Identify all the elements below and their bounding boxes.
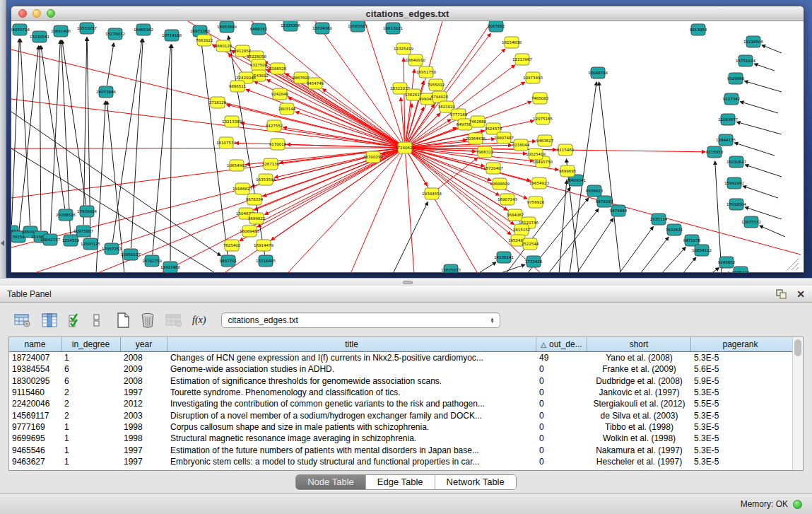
network-node[interactable]: 9227342 (723, 93, 741, 105)
network-node[interactable]: 7632621 (666, 224, 683, 235)
panel-split-divider[interactable] (0, 278, 812, 286)
network-node[interactable]: 13842737 (40, 234, 60, 245)
citation-edge-black[interactable] (683, 257, 696, 272)
network-node[interactable]: 6879197 (596, 196, 613, 207)
network-node[interactable]: 9170018 (269, 139, 287, 150)
network-node[interactable]: 9896511 (229, 81, 247, 92)
network-node[interactable]: 8938923 (586, 185, 604, 197)
network-node[interactable]: 9756928 (527, 197, 545, 208)
table-row[interactable]: 1830029562008Estimation of significance … (9, 375, 803, 387)
minimize-window-button[interactable] (33, 9, 41, 18)
citation-edge-red[interactable] (11, 148, 399, 148)
citation-edge-red[interactable] (286, 74, 399, 144)
network-node[interactable]: 14136141 (494, 252, 514, 263)
network-node[interactable]: 16914479 (254, 240, 273, 251)
float-window-icon[interactable] (776, 289, 787, 299)
network-node[interactable]: 15720407 (483, 163, 503, 174)
network-node[interactable]: 16154838 (502, 37, 522, 48)
network-node[interactable]: 16782759 (142, 255, 162, 267)
network-node[interactable]: 8186528 (269, 63, 287, 74)
citation-edge-red[interactable] (11, 149, 399, 247)
network-node[interactable]: 8427552 (266, 120, 283, 132)
network-node[interactable]: 7485083 (531, 93, 549, 104)
citation-network-graph[interactable]: 2405571415130541206914061055325715278012… (11, 21, 804, 272)
citation-edge-black[interactable] (61, 40, 71, 234)
citation-edge-black[interactable] (744, 81, 782, 92)
network-node[interactable]: 17016504 (726, 199, 746, 210)
table-mode-icon[interactable] (14, 313, 31, 327)
citation-edge-black[interactable] (153, 45, 171, 255)
network-node[interactable]: 10688609 (490, 178, 510, 189)
citation-edge-black[interactable] (393, 202, 428, 272)
citation-edge-black[interactable] (762, 45, 782, 53)
network-node[interactable]: 9085124 (732, 267, 750, 272)
citation-edge-black[interactable] (548, 209, 599, 272)
citation-edge-red[interactable] (11, 49, 399, 146)
network-node[interactable]: 12093877 (718, 114, 738, 125)
network-node[interactable]: 5267130 (262, 158, 280, 170)
scrollbar-thumb[interactable] (794, 339, 801, 356)
zoom-window-button[interactable] (47, 9, 55, 18)
citation-edge-red[interactable] (160, 151, 399, 272)
citation-edge-black[interactable] (478, 262, 496, 272)
network-node[interactable]: 12605033 (441, 264, 461, 272)
network-node[interactable]: 11325286 (281, 21, 300, 31)
canvas-resize-grip[interactable] (787, 259, 799, 270)
network-node[interactable]: 10975887 (73, 226, 93, 237)
network-node[interactable]: 8813054 (690, 24, 707, 35)
network-node[interactable]: 16210643 (726, 156, 746, 168)
divider-handle-icon[interactable] (403, 281, 413, 284)
citation-edge-red[interactable] (246, 89, 399, 145)
network-node[interactable]: 2087682 (488, 21, 505, 32)
close-window-button[interactable] (18, 9, 27, 18)
table-row[interactable]: 1938455462009Genome-wide association stu… (9, 363, 803, 375)
network-node[interactable]: 7625402 (223, 240, 241, 251)
network-node[interactable]: 12213967 (512, 54, 532, 65)
network-node[interactable]: 19166827 (233, 183, 252, 194)
citation-edge-black[interactable] (711, 268, 719, 272)
network-node[interactable]: 8878334 (246, 194, 264, 205)
tab-node-table[interactable]: Node Table (296, 475, 366, 489)
network-node[interactable]: 15130541 (30, 31, 49, 42)
citation-edge-black[interactable] (661, 247, 686, 272)
network-node[interactable]: 3699822 (248, 213, 266, 224)
citation-edge-black[interactable] (734, 143, 775, 156)
network-node[interactable]: 8454749 (307, 78, 324, 89)
select-all-icon[interactable] (68, 313, 82, 327)
network-node[interactable]: 16089483 (240, 226, 259, 237)
citation-edge-black[interactable] (577, 218, 613, 272)
citation-edge-red[interactable] (401, 98, 404, 141)
citation-edge-black[interactable] (760, 226, 785, 237)
network-node[interactable]: 9463627 (536, 135, 554, 146)
network-node[interactable]: 19218506 (743, 36, 763, 47)
network-node[interactable]: 26053846 (96, 86, 116, 98)
network-node[interactable]: 10973493 (523, 72, 543, 83)
network-node[interactable]: 15278012 (105, 28, 125, 40)
network-node[interactable]: 11675532 (741, 216, 761, 228)
network-node[interactable]: 10807487 (494, 132, 514, 144)
show-columns-icon[interactable] (41, 313, 58, 327)
column-header-title[interactable]: title (167, 337, 536, 351)
network-node[interactable]: 10025418 (526, 148, 546, 160)
citation-edge-red[interactable] (212, 45, 399, 145)
network-node[interactable]: 18300295 (363, 151, 383, 163)
network-node[interactable]: 9474444 (610, 205, 628, 216)
column-header-year[interactable]: year (121, 337, 167, 351)
network-node[interactable]: 10719188 (162, 30, 182, 41)
citation-edge-black[interactable] (170, 45, 172, 261)
network-node[interactable]: 8215958 (706, 146, 724, 158)
left-panel-edge[interactable] (0, 0, 6, 278)
network-node[interactable]: 9327508 (250, 59, 268, 71)
function-builder-icon[interactable]: f(x) (192, 315, 206, 326)
citation-edge-red[interactable] (11, 148, 399, 198)
citation-edge-black[interactable] (740, 102, 778, 113)
network-node[interactable]: 15992991 (724, 177, 744, 189)
network-node[interactable]: 19384554 (422, 188, 442, 199)
tab-edge-table[interactable]: Edge Table (366, 475, 435, 489)
network-node[interactable]: 17939924 (77, 206, 97, 217)
citation-edge-black[interactable] (131, 39, 143, 248)
table-vertical-scrollbar[interactable] (792, 337, 803, 470)
delete-table-icon[interactable] (165, 313, 182, 327)
network-node[interactable]: 18813021 (383, 23, 403, 34)
network-node[interactable]: 16353594 (256, 174, 276, 185)
